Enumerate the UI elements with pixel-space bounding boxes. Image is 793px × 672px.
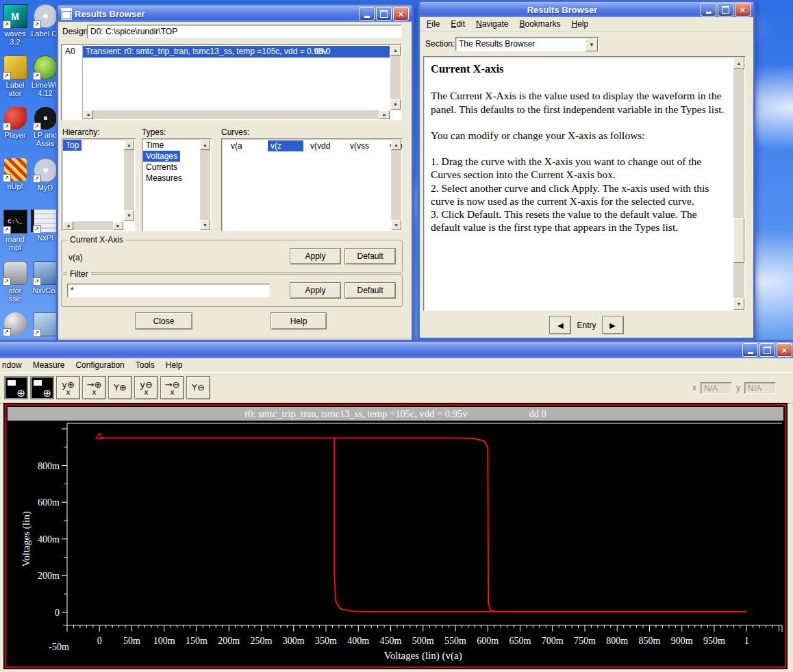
help-titlebar[interactable]: Results Browser × (420, 2, 753, 17)
result-row-selected[interactable]: Transient: r0: smtc_trip_tran, tsmc13_ss… (83, 46, 390, 58)
maximize-button[interactable] (376, 7, 392, 21)
label-cd-icon[interactable]: ↗ (34, 4, 58, 28)
waveform-chart[interactable]: -50m050m100m150m200m250m300m350m400m450m… (6, 422, 785, 667)
list-item-Voltages[interactable]: Voltages (143, 151, 180, 162)
list-item-Measures[interactable]: Measures (143, 173, 185, 184)
types-list[interactable]: TimeVoltagesCurrentsMeasures ▲ ▼ (142, 138, 212, 232)
creator-classic-icon[interactable]: ↗ (3, 261, 27, 285)
knob-app-icon[interactable]: ↗ (4, 312, 27, 335)
scroll-left-icon[interactable]: ◄ (83, 110, 93, 119)
help-content-panel[interactable]: Current X-axis The Current X-Axis is the… (423, 56, 746, 311)
section-combobox[interactable]: The Results Browser ▼ (455, 37, 599, 51)
menu-tools[interactable]: Tools (130, 359, 160, 371)
desktop-shortcut-knob-app[interactable]: ↗ (0, 312, 30, 336)
scroll-up-icon[interactable]: ▲ (200, 140, 210, 150)
close-button[interactable]: × (777, 343, 792, 357)
minimize-button[interactable] (742, 343, 758, 357)
scroll-down-icon[interactable]: ▼ (200, 220, 210, 230)
plot-pane-icon[interactable]: ⊕ (4, 376, 28, 399)
plot-panel[interactable]: r0: smtc_trip_tran, tsmc13_ss, temp =105… (3, 403, 788, 669)
filter-default-button[interactable]: Default (344, 282, 396, 299)
scroll-up-icon[interactable]: ▲ (391, 140, 401, 150)
scroll-down-icon[interactable]: ▼ (390, 99, 401, 110)
desktop-shortcut-label-creator[interactable]: ↗Labelator (0, 55, 30, 97)
menu-file[interactable]: File (421, 18, 445, 30)
results-vertical-scrollbar[interactable]: ▲ ▼ (390, 45, 401, 110)
curves-list[interactable]: v(av(zv(vddv(vssv(vref ▲ ▼ (221, 138, 403, 232)
scroll-right-icon[interactable]: ► (379, 110, 390, 119)
help-dialog-button[interactable]: Help (270, 312, 327, 329)
help-vscrollbar[interactable]: ▲ ▼ (733, 58, 744, 310)
zoom-to-region-icon[interactable]: ⊕ (30, 376, 54, 399)
menu-edit[interactable]: Edit (445, 18, 470, 30)
menu-bookmarks[interactable]: Bookmarks (514, 18, 566, 30)
scroll-up-icon[interactable]: ▲ (733, 58, 744, 69)
xaxis-default-button[interactable]: Default (344, 248, 396, 264)
waveform-titlebar[interactable]: × (0, 342, 793, 358)
app-box-icon[interactable]: ↗ (34, 312, 58, 336)
list-item-v-vss[interactable]: v(vss (347, 140, 383, 151)
list-item-Time[interactable]: Time (143, 140, 166, 151)
design-input[interactable] (87, 25, 402, 38)
zoom-in-xy-icon[interactable]: y⊕x (56, 376, 80, 399)
nxvcord-icon[interactable]: ↗ (34, 261, 58, 285)
menu-configuration[interactable]: Configuration (70, 359, 129, 371)
cleanup-icon[interactable]: ↗ (4, 158, 27, 181)
desktop-shortcut-player[interactable]: ↗Player (0, 107, 30, 139)
scroll-right-icon[interactable]: ► (113, 221, 123, 230)
curves-vscrollbar[interactable]: ▲ ▼ (391, 140, 401, 230)
combo-dropdown-icon[interactable]: ▼ (586, 38, 598, 51)
lp-assist-icon[interactable]: ↗ (34, 107, 57, 129)
zoom-out-x-icon[interactable]: →⊖x (160, 376, 184, 399)
player-icon[interactable]: ↗ (4, 107, 27, 129)
scroll-thumb[interactable] (733, 218, 744, 263)
mwaves-icon[interactable]: M↗ (3, 4, 27, 28)
limewire-icon[interactable]: ↗ (34, 55, 58, 79)
close-dialog-button[interactable]: Close (135, 312, 192, 329)
list-item-v-a[interactable]: v(a (228, 140, 264, 151)
hierarchy-vscrollbar[interactable]: ▲ ▼ (124, 140, 134, 221)
scroll-down-icon[interactable]: ▼ (124, 210, 134, 221)
close-button[interactable]: × (393, 7, 409, 21)
menu-help[interactable]: Help (160, 359, 188, 371)
scroll-down-icon[interactable]: ▼ (733, 298, 744, 310)
filter-input[interactable] (67, 284, 270, 297)
label-creator-icon[interactable]: ↗ (3, 55, 27, 79)
mydvd-icon[interactable]: ↗ (34, 158, 58, 182)
results-horizontal-scrollbar[interactable]: ◄ ► (83, 110, 390, 119)
minimize-button[interactable] (701, 3, 716, 16)
list-item-v-vdd[interactable]: v(vdd (307, 140, 343, 151)
xaxis-apply-button[interactable]: Apply (290, 248, 341, 264)
scroll-up-icon[interactable]: ▲ (124, 140, 134, 150)
previous-entry-button[interactable]: ◄ (549, 316, 571, 334)
list-item-Top[interactable]: Top (63, 140, 81, 151)
desktop-shortcut-cleanup[interactable]: ↗nUp! (0, 158, 30, 190)
results-browser-titlebar[interactable]: Results Browser × (58, 5, 412, 22)
minimize-button[interactable] (359, 7, 375, 21)
menu-navigate[interactable]: Navigate (470, 18, 514, 30)
zoom-out-y-icon[interactable]: Y⊖ (186, 376, 210, 399)
scroll-left-icon[interactable]: ◄ (63, 221, 73, 230)
next-entry-button[interactable]: ► (602, 316, 624, 334)
maximize-button[interactable] (718, 3, 733, 16)
desktop-shortcut-mwaves[interactable]: M↗waves3.2 (0, 4, 30, 46)
scroll-down-icon[interactable]: ▼ (391, 220, 401, 230)
list-item-v-z[interactable]: v(z (268, 140, 303, 151)
maximize-button[interactable] (759, 343, 775, 357)
menu-help[interactable]: Help (566, 18, 594, 30)
hierarchy-list[interactable]: Top ▲ ▼ ◄ ► (62, 138, 136, 232)
list-item-Currents[interactable]: Currents (143, 162, 180, 173)
close-button[interactable]: × (735, 3, 751, 16)
menu-measure[interactable]: Measure (27, 359, 71, 371)
results-list[interactable]: A0 Transient: r0: smtc_trip_tran, tsmc13… (61, 44, 402, 121)
filter-apply-button[interactable]: Apply (290, 282, 341, 299)
desktop-shortcut-creator-classic[interactable]: ↗atorssic (0, 261, 30, 303)
desktop-shortcut-command-prompt[interactable]: C:\_↗mandmpt (0, 210, 30, 251)
hierarchy-hscrollbar[interactable]: ◄ ► (63, 221, 123, 230)
zoom-in-y-icon[interactable]: Y⊕ (108, 376, 132, 399)
zoom-in-x-icon[interactable]: →⊕x (82, 376, 106, 399)
types-vscrollbar[interactable]: ▲ ▼ (200, 140, 210, 230)
menu-ndow[interactable]: ndow (0, 359, 27, 371)
scroll-up-icon[interactable]: ▲ (390, 45, 401, 55)
zoom-out-xy-icon[interactable]: y⊖x (134, 376, 158, 399)
